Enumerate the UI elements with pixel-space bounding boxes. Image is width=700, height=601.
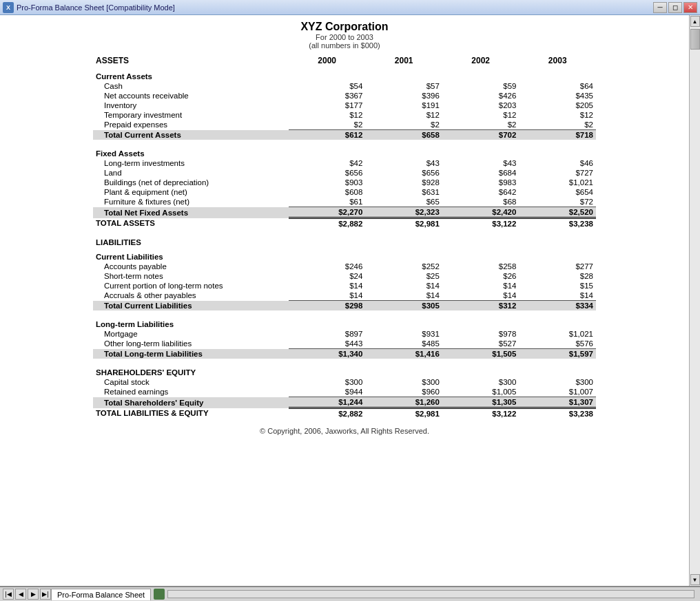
row-label: Temporary investment [93,110,289,120]
main-window: X Pro-Forma Balance Sheet [Compatibility… [0,0,700,601]
title-bar: X Pro-Forma Balance Sheet [Compatibility… [0,0,700,15]
copyright-text: © Copyright, 2006, Jaxworks, All Rights … [3,427,686,435]
sheet-content: XYZ Corporation For 2000 to 2003 (all nu… [0,15,689,441]
table-row: Short-term notes $24 $25 $26 $28 [93,271,596,281]
window-title: Pro-Forma Balance Sheet [Compatibility M… [17,3,175,12]
year1-col-header: 2000 [289,55,366,67]
title-section: XYZ Corporation For 2000 to 2003 (all nu… [3,21,686,50]
sheet-tab-icon [154,589,165,600]
total-current-liabilities-row: Total Current Liabilities $298 $305 $312… [93,301,596,311]
content-area: XYZ Corporation For 2000 to 2003 (all nu… [0,15,700,586]
table-row: Other long-term liabilities $443 $485 $5… [93,339,596,349]
total-fixed-assets-row: Total Net Fixed Assets $2,270 $2,323 $2,… [93,207,596,218]
table-row: Inventory $177 $191 $203 $205 [93,101,596,110]
sheet-nav-buttons: |◀ ◀ ▶ ▶| [3,589,51,600]
vertical-scrollbar[interactable]: ▲ ▼ [689,15,700,586]
total-assets-label: TOTAL ASSETS [93,218,289,229]
table-row: Accounts payable $246 $252 $258 $277 [93,262,596,271]
title-bar-left: X Pro-Forma Balance Sheet [Compatibility… [3,2,175,13]
assets-col-header: ASSETS [93,55,289,67]
liabilities-header: LIABILITIES [93,233,596,247]
table-row: Furniture & fixtures (net) $61 $65 $68 $… [93,197,596,207]
corp-subtitle2: (all numbers in $000) [3,41,686,50]
current-liabilities-header-row: Current Liabilities [93,247,596,262]
prev-sheet-button[interactable]: ◀ [15,589,26,600]
shareholders-header-row: SHAREHOLDERS' EQUITY [93,363,596,377]
corp-subtitle1: For 2000 to 2003 [3,33,686,41]
liabilities-header-row: LIABILITIES [93,233,596,247]
year2-col-header: 2001 [365,55,442,67]
balance-sheet-table: ASSETS 2000 2001 2002 2003 Current Asset… [93,55,596,419]
row-label: Inventory [93,101,289,110]
table-row: Long-term investments $42 $43 $43 $46 [93,158,596,168]
table-row: Prepaid expenses $2 $2 $2 $2 [93,120,596,130]
total-liabilities-equity-label: TOTAL LIABILITIES & EQUITY [93,408,289,419]
total-shareholders-label: Total Shareholders' Equity [93,397,289,408]
total-longterm-liabilities-row: Total Long-term Liabilities $1,340 $1,41… [93,349,596,359]
minimize-button[interactable]: ─ [653,2,667,13]
total-longterm-liabilities-label: Total Long-term Liabilities [93,349,289,359]
row-label: Net accounts receivable [93,91,289,101]
next-sheet-button[interactable]: ▶ [28,589,39,600]
fixed-assets-header: Fixed Assets [93,144,596,158]
corp-title: XYZ Corporation [3,21,686,33]
table-row: Plant & equipment (net) $608 $631 $642 $… [93,187,596,197]
total-current-assets-row: Total Current Assets $612 $658 $702 $718 [93,130,596,140]
total-current-liabilities-label: Total Current Liabilities [93,301,289,311]
sheet-area: XYZ Corporation For 2000 to 2003 (all nu… [0,15,689,586]
total-liabilities-equity-row: TOTAL LIABILITIES & EQUITY $2,882 $2,981… [93,408,596,419]
current-assets-header: Current Assets [93,67,596,81]
current-liabilities-header: Current Liabilities [93,247,596,262]
first-sheet-button[interactable]: |◀ [3,589,14,600]
row-label: Cash [93,81,289,91]
table-row: Net accounts receivable $367 $396 $426 $… [93,91,596,101]
fixed-assets-header-row: Fixed Assets [93,144,596,158]
total-current-assets-label: Total Current Assets [93,130,289,140]
table-row: Retained earnings $944 $960 $1,005 $1,00… [93,387,596,397]
title-bar-buttons: ─ ◻ ✕ [653,2,697,13]
table-row: Buildings (net of depreciation) $903 $92… [93,178,596,187]
scroll-down-button[interactable]: ▼ [690,574,700,585]
current-assets-header-row: Current Assets [93,67,596,81]
sheet-tab[interactable]: Pro-Forma Balance Sheet [51,589,151,600]
table-row: Accruals & other payables $14 $14 $14 $1… [93,291,596,301]
table-row: Capital stock $300 $300 $300 $300 [93,377,596,387]
scroll-thumb[interactable] [690,29,700,50]
table-row: Mortgage $897 $931 $978 $1,021 [93,329,596,339]
horizontal-scrollbar[interactable] [167,590,694,598]
longterm-liabilities-header-row: Long-term Liabilities [93,315,596,329]
shareholders-header: SHAREHOLDERS' EQUITY [93,363,596,377]
table-row: Cash $54 $57 $59 $64 [93,81,596,91]
total-fixed-assets-label: Total Net Fixed Assets [93,207,289,218]
last-sheet-button[interactable]: ▶| [40,589,51,600]
table-row: Land $656 $656 $684 $727 [93,168,596,178]
column-header-row: ASSETS 2000 2001 2002 2003 [93,55,596,67]
table-row: Current portion of long-term notes $14 $… [93,281,596,291]
total-shareholders-row: Total Shareholders' Equity $1,244 $1,260… [93,397,596,408]
row-label: Prepaid expenses [93,120,289,130]
year4-col-header: 2003 [519,55,596,67]
total-assets-row: TOTAL ASSETS $2,882 $2,981 $3,122 $3,238 [93,218,596,229]
restore-button[interactable]: ◻ [668,2,682,13]
table-row: Temporary investment $12 $12 $12 $12 [93,110,596,120]
year3-col-header: 2002 [442,55,519,67]
app-icon: X [3,2,14,13]
longterm-liabilities-header: Long-term Liabilities [93,315,596,329]
status-bar: |◀ ◀ ▶ ▶| Pro-Forma Balance Sheet [0,586,700,601]
close-button[interactable]: ✕ [683,2,697,13]
scroll-up-button[interactable]: ▲ [690,16,700,27]
